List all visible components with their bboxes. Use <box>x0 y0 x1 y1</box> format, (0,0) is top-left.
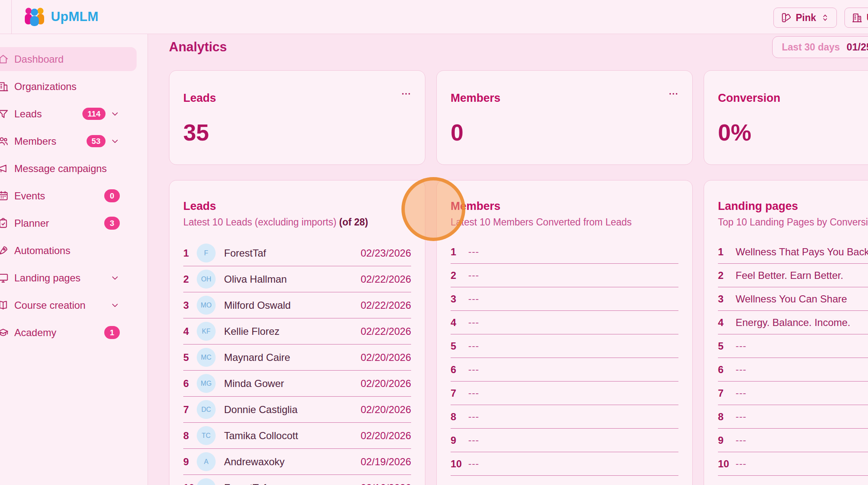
lead-name: Tamika Collocott <box>224 430 298 442</box>
member-row[interactable]: 8 --- <box>451 405 678 429</box>
member-row[interactable]: 10 --- <box>451 452 678 476</box>
list-card-title: Landing pages <box>718 200 868 213</box>
topbar-divider <box>11 0 12 34</box>
organization-switcher-button[interactable]: U <box>844 8 868 28</box>
card-menu-button[interactable] <box>399 88 413 99</box>
landing-page-row[interactable]: 8 --- <box>718 405 868 429</box>
row-rank: 8 <box>718 411 731 423</box>
landing-page-row[interactable]: 5 --- <box>718 334 868 358</box>
landing-page-row[interactable]: 9 --- <box>718 429 868 452</box>
member-row[interactable]: 9 --- <box>451 429 678 452</box>
avatar: KF <box>197 322 216 341</box>
member-row[interactable]: 3 --- <box>451 287 678 311</box>
avatar: DC <box>197 400 216 419</box>
brand-logo[interactable]: UpMLM <box>23 7 98 27</box>
megaphone-icon <box>0 163 9 174</box>
row-rank: 7 <box>451 387 464 399</box>
palette-swatch-icon <box>781 12 791 23</box>
lead-row[interactable]: 4 KF Kellie Florez 02/22/2026 <box>183 318 411 345</box>
theme-select-button[interactable]: Pink <box>773 8 837 28</box>
sidebar-item-planner[interactable]: Planner 3 <box>0 211 137 235</box>
landing-page-row[interactable]: 3 Wellness You Can Share <box>718 287 868 311</box>
member-row[interactable]: 2 --- <box>451 264 678 287</box>
row-rank: 4 <box>183 326 197 337</box>
row-rank: 5 <box>451 340 464 352</box>
lead-row[interactable]: 3 MO Milford Oswald 02/22/2026 <box>183 292 411 318</box>
member-row[interactable]: 6 --- <box>451 358 678 382</box>
building-icon <box>852 12 863 23</box>
sidebar-item-events[interactable]: Events 0 <box>0 184 137 208</box>
member-row[interactable]: 5 --- <box>451 334 678 358</box>
sidebar-item-landing-pages[interactable]: Landing pages <box>0 266 137 290</box>
sidebar-item-organizations[interactable]: Organizations <box>0 74 137 98</box>
lead-row[interactable]: 9 A Andrewaxoky 02/19/2026 <box>183 449 411 475</box>
building-icon <box>0 81 9 92</box>
chevron-down-icon[interactable] <box>110 136 120 146</box>
sidebar-item-course-creation[interactable]: Course creation <box>0 293 137 317</box>
member-name: --- <box>468 411 479 422</box>
member-name: --- <box>468 270 479 281</box>
lead-row[interactable]: 10 F ForestTaf 02/16/2026 <box>183 475 411 485</box>
sidebar-item-automations[interactable]: Automations <box>0 239 137 262</box>
sidebar-item-message-campaigns[interactable]: Message campaigns <box>0 156 137 180</box>
list-card-subtitle: Latest 10 Members Converted from Leads <box>451 217 678 228</box>
member-name: --- <box>468 458 479 469</box>
lead-row[interactable]: 7 DC Donnie Castiglia 02/20/2026 <box>183 397 411 423</box>
landing-page-row[interactable]: 1 Wellness That Pays You Back <box>718 240 868 264</box>
sidebar-item-label: Leads <box>14 108 42 120</box>
planner-count-badge: 3 <box>104 217 120 230</box>
graduation-cap-icon <box>0 327 9 338</box>
avatar: MG <box>197 374 216 393</box>
monitor-icon <box>0 272 9 284</box>
theme-label: Pink <box>796 12 816 24</box>
lead-row[interactable]: 2 OH Oliva Hallman 02/22/2026 <box>183 266 411 292</box>
lead-name: Andrewaxoky <box>224 456 285 468</box>
avatar-initials: A <box>204 458 208 466</box>
avatar-initials: DC <box>201 406 211 413</box>
stat-card-leads: Leads 35 <box>169 70 425 165</box>
row-rank: 7 <box>183 404 197 416</box>
landing-page-row[interactable]: 4 Energy. Balance. Income. <box>718 311 868 334</box>
chevron-down-icon[interactable] <box>110 300 120 310</box>
sidebar-item-dashboard[interactable]: Dashboard <box>0 47 137 71</box>
page-title: Analytics <box>169 40 227 55</box>
stat-card-title: Conversion <box>718 92 868 105</box>
row-rank: 3 <box>451 293 464 305</box>
chevron-down-icon[interactable] <box>110 109 120 119</box>
member-row[interactable]: 1 --- <box>451 240 678 264</box>
lead-row[interactable]: 1 F ForestTaf 02/23/2026 <box>183 240 411 266</box>
book-icon <box>0 299 9 311</box>
row-rank: 6 <box>451 364 464 376</box>
lead-row[interactable]: 5 MC Maynard Caire 02/20/2026 <box>183 345 411 371</box>
landing-page-row[interactable]: 7 --- <box>718 382 868 405</box>
member-row[interactable]: 4 --- <box>451 311 678 334</box>
landing-page-row[interactable]: 2 Feel Better. Earn Better. <box>718 264 868 287</box>
lead-date: 02/20/2026 <box>361 430 411 442</box>
member-name: --- <box>468 340 479 352</box>
academy-count-badge: 1 <box>104 326 120 339</box>
upmlm-logo-icon <box>23 7 46 27</box>
lead-name: Oliva Hallman <box>224 273 287 285</box>
row-rank: 1 <box>451 246 464 258</box>
sidebar-item-academy[interactable]: Academy 1 <box>0 321 137 345</box>
sidebar-item-leads[interactable]: Leads 114 <box>0 102 137 126</box>
member-name: --- <box>468 293 479 305</box>
sidebar-item-members[interactable]: Members 53 <box>0 129 137 153</box>
landing-page-name: --- <box>736 435 747 446</box>
landing-page-name: --- <box>736 411 747 422</box>
member-row[interactable]: 7 --- <box>451 382 678 405</box>
avatar-initials: OH <box>201 276 211 283</box>
row-rank: 10 <box>183 482 197 485</box>
landing-page-row[interactable]: 10 --- <box>718 452 868 476</box>
landing-page-name: Energy. Balance. Income. <box>736 317 850 329</box>
landing-page-name: Wellness You Can Share <box>736 293 847 305</box>
ellipsis-icon <box>666 88 681 99</box>
row-rank: 2 <box>718 270 731 281</box>
card-menu-button[interactable] <box>666 88 681 99</box>
lead-row[interactable]: 8 TC Tamika Collocott 02/20/2026 <box>183 423 411 449</box>
date-range-filter-button[interactable]: Last 30 days 01/25/20 <box>772 36 868 58</box>
avatar-initials: F <box>204 249 208 257</box>
lead-row[interactable]: 6 MG Minda Gower 02/20/2026 <box>183 371 411 397</box>
landing-page-row[interactable]: 6 --- <box>718 358 868 382</box>
chevron-down-icon[interactable] <box>110 273 120 283</box>
